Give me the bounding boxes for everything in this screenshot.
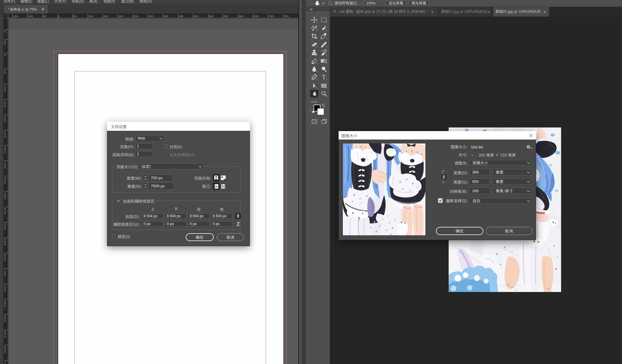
svg-text:T: T bbox=[322, 74, 326, 80]
svg-text:A: A bbox=[216, 185, 218, 188]
